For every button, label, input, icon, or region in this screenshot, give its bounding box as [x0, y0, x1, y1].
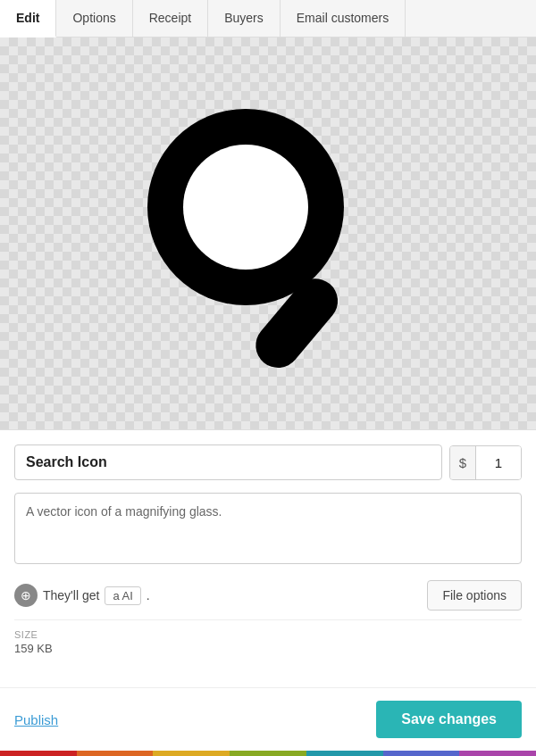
- price-input[interactable]: [476, 446, 521, 479]
- color-bar-segment: [0, 751, 77, 756]
- color-bar-segment: [383, 751, 460, 756]
- action-bar: Publish Save changes: [0, 687, 536, 751]
- size-section: SIZE 159 KB: [14, 629, 522, 655]
- file-row: ⊕ They'll get a AI . File options: [14, 580, 522, 611]
- image-preview: [0, 37, 536, 430]
- tab-receipt[interactable]: Receipt: [133, 0, 208, 37]
- tab-edit[interactable]: Edit: [0, 0, 56, 37]
- they-get-label: They'll get: [43, 588, 99, 602]
- file-type-badge: a AI: [105, 586, 140, 605]
- description-textarea[interactable]: A vector icon of a magnifying glass.: [14, 493, 522, 564]
- compass-icon: ⊕: [14, 584, 38, 607]
- color-bar-segment: [230, 751, 306, 756]
- title-input[interactable]: [14, 444, 442, 480]
- search-icon-large: [116, 82, 420, 386]
- title-price-row: $: [14, 444, 522, 480]
- tab-buyers[interactable]: Buyers: [208, 0, 281, 37]
- color-bar: [0, 751, 536, 756]
- svg-point-1: [183, 145, 308, 270]
- color-bar-segment: [77, 751, 154, 756]
- tab-options[interactable]: Options: [56, 0, 132, 37]
- price-group: $: [449, 445, 522, 480]
- divider: [14, 619, 522, 620]
- price-symbol: $: [450, 446, 476, 479]
- size-value: 159 KB: [14, 642, 522, 655]
- compass-symbol: ⊕: [21, 588, 31, 602]
- publish-button[interactable]: Publish: [14, 712, 58, 727]
- form-area: $ A vector icon of a magnifying glass. ⊕…: [0, 430, 536, 687]
- color-bar-segment: [459, 751, 536, 756]
- color-bar-segment: [306, 751, 383, 756]
- color-bar-segment: [153, 751, 230, 756]
- save-changes-button[interactable]: Save changes: [376, 701, 522, 738]
- file-options-button[interactable]: File options: [427, 580, 522, 611]
- file-dot: .: [147, 588, 150, 602]
- size-label: SIZE: [14, 629, 522, 640]
- tabs-nav: Edit Options Receipt Buyers Email custom…: [0, 0, 536, 37]
- tab-email-customers[interactable]: Email customers: [281, 0, 406, 37]
